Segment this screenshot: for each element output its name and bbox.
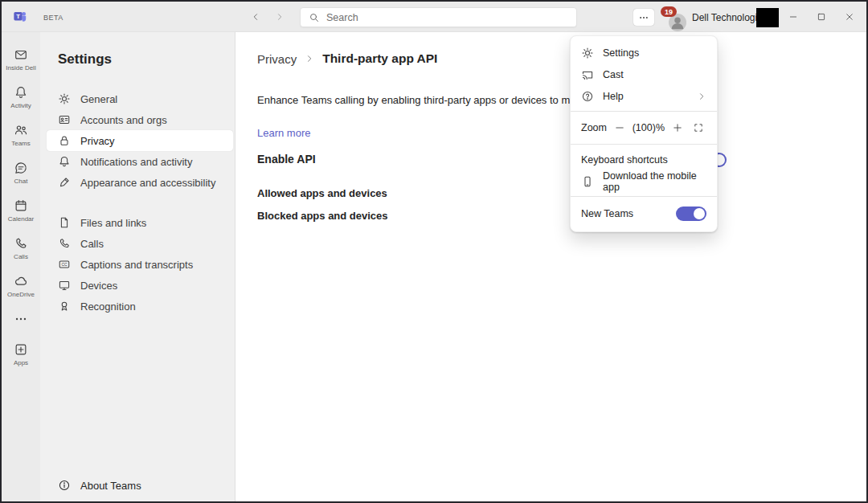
breadcrumb-privacy[interactable]: Privacy xyxy=(257,52,297,66)
app-rail: Inside Dell Activity Teams Chat Calendar xyxy=(2,32,40,501)
calendar-icon xyxy=(14,198,28,213)
rail-item-activity[interactable]: Activity xyxy=(2,78,40,116)
menu-item-help[interactable]: Help xyxy=(571,85,717,107)
menu-divider xyxy=(571,144,717,145)
settings-title: Settings xyxy=(40,32,235,67)
privacy-settings-panel: Privacy Third-party app API Enhance Team… xyxy=(236,32,866,501)
api-description: Enhance Teams calling by enabling third-… xyxy=(257,94,866,106)
sidebar-item-recognition[interactable]: Recognition xyxy=(47,296,233,317)
menu-item-settings[interactable]: Settings xyxy=(571,42,717,63)
cast-icon xyxy=(581,68,594,81)
rail-item-chat[interactable]: Chat xyxy=(2,153,40,191)
zoom-out-button[interactable] xyxy=(612,120,628,136)
bell-icon xyxy=(14,85,28,100)
paintbrush-icon xyxy=(58,176,71,189)
breadcrumb-separator-icon xyxy=(305,54,314,63)
close-button[interactable] xyxy=(835,7,863,27)
search-icon xyxy=(309,12,320,23)
fullscreen-icon[interactable] xyxy=(690,120,706,136)
menu-item-download-mobile-app[interactable]: Download the mobile app xyxy=(571,170,717,192)
chat-icon xyxy=(14,161,28,175)
phone-icon xyxy=(14,236,28,251)
sidebar-item-calls[interactable]: Calls xyxy=(47,233,233,254)
monitor-icon xyxy=(58,279,71,292)
breadcrumb: Privacy Third-party app API xyxy=(257,50,866,67)
rail-item-teams[interactable]: Teams xyxy=(2,116,40,153)
maximize-button[interactable] xyxy=(807,7,835,27)
sidebar-item-privacy[interactable]: Privacy xyxy=(47,130,233,151)
id-card-icon xyxy=(58,113,71,126)
sidebar-item-general[interactable]: General xyxy=(47,88,233,109)
sidebar-item-devices[interactable]: Devices xyxy=(47,275,233,296)
zoom-value: (100)% xyxy=(633,122,665,133)
phone-icon xyxy=(58,237,71,250)
menu-zoom-row: Zoom (100)% xyxy=(571,116,717,140)
teams-logo-icon: T xyxy=(13,9,27,23)
minimize-button[interactable] xyxy=(779,7,807,27)
learn-more-link[interactable]: Learn more xyxy=(257,127,310,139)
sidebar-group-gap xyxy=(40,193,235,212)
menu-item-keyboard-shortcuts[interactable]: Keyboard shortcuts xyxy=(571,149,717,170)
blocked-apps-label: Blocked apps and devices xyxy=(257,210,866,222)
menu-divider xyxy=(571,196,717,197)
search-box xyxy=(300,7,577,27)
notification-badge: 19 xyxy=(661,6,677,17)
teams-window: T BETA 19 xyxy=(0,0,868,503)
settings-sidebar: Settings General Accounts and orgs Priva… xyxy=(40,32,235,501)
more-options-menu: Settings Cast Help Zoom (100)% xyxy=(570,35,718,232)
closed-captions-icon: CC xyxy=(58,258,71,271)
gear-icon xyxy=(581,47,594,59)
settings-nav: General Accounts and orgs Privacy Notifi… xyxy=(40,88,235,317)
rail-item-calendar[interactable]: Calendar xyxy=(2,191,40,229)
mobile-phone-icon xyxy=(581,175,594,188)
rail-item-calls[interactable]: Calls xyxy=(2,229,40,267)
people-icon xyxy=(14,123,28,137)
svg-text:T: T xyxy=(16,13,20,20)
apps-icon xyxy=(14,342,28,357)
about-teams[interactable]: About Teams xyxy=(58,479,141,492)
rail-item-more[interactable] xyxy=(2,305,40,335)
forward-button[interactable] xyxy=(269,7,290,27)
menu-divider xyxy=(571,111,717,112)
info-icon xyxy=(58,479,71,492)
cloud-icon xyxy=(14,274,28,288)
sidebar-item-notifications[interactable]: Notifications and activity xyxy=(47,151,233,172)
search-input[interactable] xyxy=(326,12,568,23)
sidebar-item-accounts-and-orgs[interactable]: Accounts and orgs xyxy=(47,109,233,130)
sidebar-item-captions[interactable]: CC Captions and transcripts xyxy=(47,254,233,275)
page-title: Third-party app API xyxy=(322,51,437,66)
rail-item-apps[interactable]: Apps xyxy=(2,335,40,373)
enable-api-label: Enable API xyxy=(257,153,866,166)
beta-label: BETA xyxy=(43,14,63,22)
gear-icon xyxy=(58,92,71,105)
nav-arrows xyxy=(245,7,290,27)
inside-dell-icon xyxy=(14,47,28,62)
sidebar-item-appearance[interactable]: Appearance and accessibility xyxy=(47,172,233,193)
lock-icon xyxy=(58,134,71,147)
chevron-right-icon xyxy=(697,92,706,101)
redacted-account-avatar[interactable] xyxy=(756,8,779,27)
menu-item-new-teams: New Teams xyxy=(571,201,717,226)
zoom-label: Zoom xyxy=(581,122,607,133)
svg-text:CC: CC xyxy=(61,263,68,267)
zoom-in-button[interactable] xyxy=(669,120,686,136)
more-icon xyxy=(14,312,28,326)
window-controls xyxy=(779,7,863,27)
profile-avatar[interactable]: 19 xyxy=(661,6,686,31)
back-button[interactable] xyxy=(245,7,266,27)
ribbon-icon xyxy=(58,300,71,313)
titlebar: T BETA 19 xyxy=(2,2,866,32)
new-teams-toggle[interactable] xyxy=(676,207,706,221)
sidebar-item-files-and-links[interactable]: Files and links xyxy=(47,212,233,233)
more-options-button[interactable] xyxy=(633,9,654,26)
file-icon xyxy=(58,216,71,229)
rail-item-inside-dell[interactable]: Inside Dell xyxy=(2,40,40,78)
help-icon xyxy=(581,90,594,103)
menu-item-cast[interactable]: Cast xyxy=(571,63,717,85)
toggle-knob xyxy=(694,208,705,219)
bell-icon xyxy=(58,155,71,168)
allowed-apps-label: Allowed apps and devices xyxy=(257,187,866,199)
rail-item-onedrive[interactable]: OneDrive xyxy=(2,267,40,305)
